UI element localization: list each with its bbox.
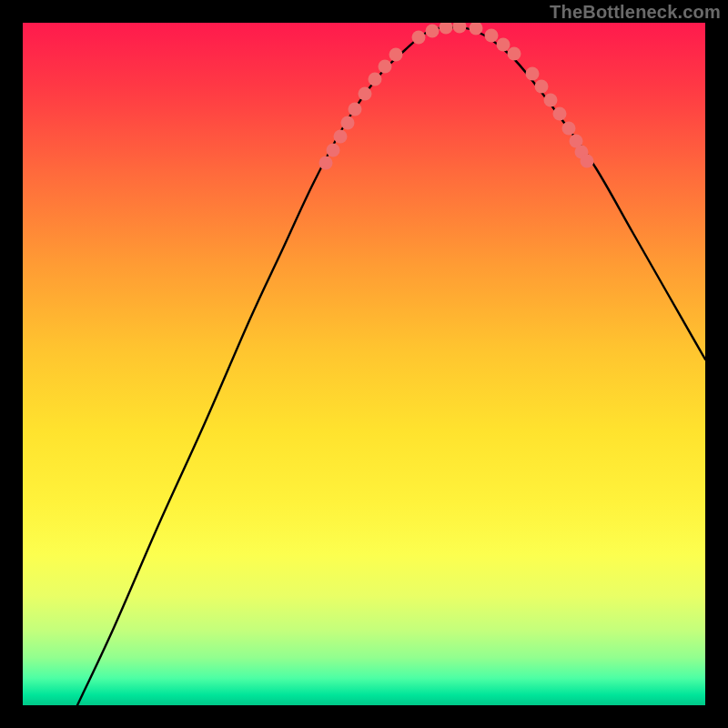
chart-plot-area (23, 23, 705, 705)
chart-frame: TheBottleneck.com (0, 0, 728, 728)
watermark-text: TheBottleneck.com (550, 2, 721, 23)
